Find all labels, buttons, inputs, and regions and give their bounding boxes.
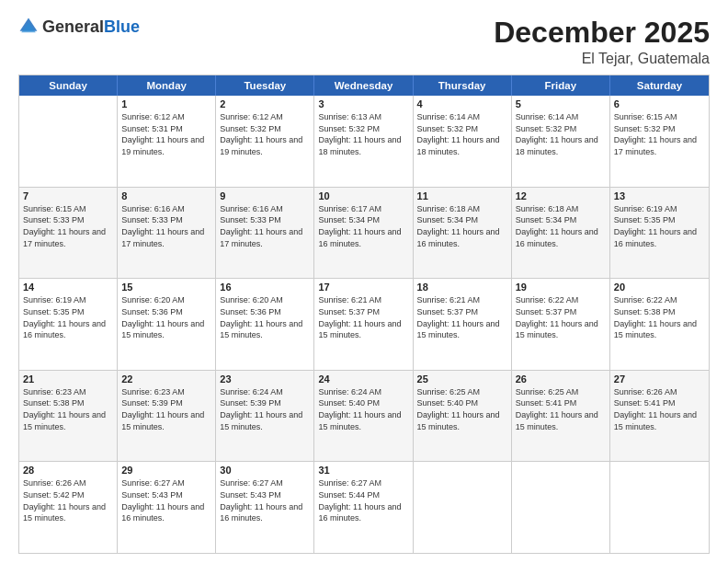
calendar-header-row: SundayMondayTuesdayWednesdayThursdayFrid… (19, 75, 709, 96)
calendar-cell: 20Sunrise: 6:22 AMSunset: 5:38 PMDayligh… (610, 279, 709, 370)
cell-day-number: 21 (23, 373, 113, 385)
cell-day-number: 19 (516, 282, 606, 293)
logo-area: GeneralBlue (18, 17, 140, 37)
cell-day-number: 27 (614, 373, 705, 385)
cell-detail: Sunrise: 6:16 AMSunset: 5:33 PMDaylight:… (220, 203, 310, 249)
calendar-cell: 23Sunrise: 6:24 AMSunset: 5:39 PMDayligh… (216, 371, 314, 462)
cell-detail: Sunrise: 6:12 AMSunset: 5:31 PMDaylight:… (121, 111, 211, 157)
cell-detail: Sunrise: 6:20 AMSunset: 5:36 PMDaylight:… (220, 294, 310, 340)
calendar-cell (19, 96, 118, 187)
logo: GeneralBlue (18, 17, 140, 37)
cell-detail: Sunrise: 6:15 AMSunset: 5:33 PMDaylight:… (23, 203, 113, 249)
cell-day-number: 28 (23, 465, 113, 476)
cell-detail: Sunrise: 6:19 AMSunset: 5:35 PMDaylight:… (614, 203, 705, 249)
calendar-header-cell: Tuesday (216, 75, 314, 96)
cell-day-number: 31 (318, 465, 408, 476)
calendar-cell: 22Sunrise: 6:23 AMSunset: 5:39 PMDayligh… (118, 371, 216, 462)
cell-day-number: 2 (220, 98, 310, 109)
cell-day-number: 24 (318, 373, 408, 385)
cell-day-number: 3 (318, 98, 408, 109)
cell-detail: Sunrise: 6:23 AMSunset: 5:39 PMDaylight:… (121, 386, 211, 432)
calendar-week-row: 7Sunrise: 6:15 AMSunset: 5:33 PMDaylight… (19, 188, 709, 280)
cell-detail: Sunrise: 6:14 AMSunset: 5:32 PMDaylight:… (417, 111, 507, 157)
cell-detail: Sunrise: 6:25 AMSunset: 5:41 PMDaylight:… (516, 386, 606, 432)
cell-day-number: 12 (516, 190, 606, 201)
cell-day-number: 30 (220, 465, 310, 476)
calendar-header-cell: Wednesday (314, 75, 413, 96)
calendar-cell: 28Sunrise: 6:26 AMSunset: 5:42 PMDayligh… (19, 462, 118, 553)
calendar-header-cell: Monday (118, 75, 216, 96)
calendar-cell: 24Sunrise: 6:24 AMSunset: 5:40 PMDayligh… (314, 371, 413, 462)
calendar-week-row: 14Sunrise: 6:19 AMSunset: 5:35 PMDayligh… (19, 279, 709, 371)
calendar-header-cell: Friday (512, 75, 610, 96)
calendar-cell: 30Sunrise: 6:27 AMSunset: 5:43 PMDayligh… (216, 462, 314, 553)
calendar-cell (414, 462, 512, 553)
calendar-cell: 8Sunrise: 6:16 AMSunset: 5:33 PMDaylight… (118, 188, 216, 279)
logo-icon (18, 17, 39, 37)
calendar-cell (512, 462, 610, 553)
calendar-cell: 13Sunrise: 6:19 AMSunset: 5:35 PMDayligh… (610, 188, 709, 279)
logo-blue: Blue (104, 17, 140, 36)
cell-day-number: 8 (121, 190, 211, 201)
cell-detail: Sunrise: 6:24 AMSunset: 5:39 PMDaylight:… (220, 386, 310, 432)
cell-day-number: 23 (220, 373, 310, 385)
cell-day-number: 1 (121, 98, 211, 109)
calendar-cell: 18Sunrise: 6:21 AMSunset: 5:37 PMDayligh… (414, 279, 512, 370)
cell-day-number: 15 (121, 282, 211, 293)
cell-detail: Sunrise: 6:18 AMSunset: 5:34 PMDaylight:… (516, 203, 606, 249)
month-title: December 2025 (494, 17, 710, 49)
calendar-cell (610, 462, 709, 553)
calendar-cell: 12Sunrise: 6:18 AMSunset: 5:34 PMDayligh… (512, 188, 610, 279)
cell-day-number: 18 (417, 282, 507, 293)
cell-detail: Sunrise: 6:21 AMSunset: 5:37 PMDaylight:… (417, 294, 507, 340)
cell-day-number: 17 (318, 282, 408, 293)
header: GeneralBlue December 2025 El Tejar, Guat… (18, 17, 710, 67)
cell-detail: Sunrise: 6:19 AMSunset: 5:35 PMDaylight:… (23, 294, 113, 340)
cell-day-number: 6 (614, 98, 705, 109)
cell-day-number: 22 (121, 373, 211, 385)
page: GeneralBlue December 2025 El Tejar, Guat… (0, 0, 728, 563)
calendar-cell: 6Sunrise: 6:15 AMSunset: 5:32 PMDaylight… (610, 96, 709, 187)
calendar-cell: 10Sunrise: 6:17 AMSunset: 5:34 PMDayligh… (314, 188, 413, 279)
cell-detail: Sunrise: 6:16 AMSunset: 5:33 PMDaylight:… (121, 203, 211, 249)
calendar-cell: 9Sunrise: 6:16 AMSunset: 5:33 PMDaylight… (216, 188, 314, 279)
calendar-cell: 5Sunrise: 6:14 AMSunset: 5:32 PMDaylight… (512, 96, 610, 187)
cell-day-number: 13 (614, 190, 705, 201)
calendar-week-row: 28Sunrise: 6:26 AMSunset: 5:42 PMDayligh… (19, 462, 709, 553)
calendar-cell: 4Sunrise: 6:14 AMSunset: 5:32 PMDaylight… (414, 96, 512, 187)
calendar-cell: 15Sunrise: 6:20 AMSunset: 5:36 PMDayligh… (118, 279, 216, 370)
calendar-cell: 27Sunrise: 6:26 AMSunset: 5:41 PMDayligh… (610, 371, 709, 462)
calendar-cell: 21Sunrise: 6:23 AMSunset: 5:38 PMDayligh… (19, 371, 118, 462)
calendar-cell: 25Sunrise: 6:25 AMSunset: 5:40 PMDayligh… (414, 371, 512, 462)
cell-day-number: 7 (23, 190, 113, 201)
cell-day-number: 14 (23, 282, 113, 293)
calendar-header-cell: Sunday (19, 75, 118, 96)
calendar-body: 1Sunrise: 6:12 AMSunset: 5:31 PMDaylight… (19, 96, 709, 553)
cell-day-number: 29 (121, 465, 211, 476)
calendar-cell: 1Sunrise: 6:12 AMSunset: 5:31 PMDaylight… (118, 96, 216, 187)
cell-detail: Sunrise: 6:13 AMSunset: 5:32 PMDaylight:… (318, 111, 408, 157)
calendar-cell: 29Sunrise: 6:27 AMSunset: 5:43 PMDayligh… (118, 462, 216, 553)
cell-day-number: 11 (417, 190, 507, 201)
calendar-cell: 26Sunrise: 6:25 AMSunset: 5:41 PMDayligh… (512, 371, 610, 462)
cell-detail: Sunrise: 6:25 AMSunset: 5:40 PMDaylight:… (417, 386, 507, 432)
calendar: SundayMondayTuesdayWednesdayThursdayFrid… (18, 75, 710, 554)
calendar-cell: 3Sunrise: 6:13 AMSunset: 5:32 PMDaylight… (314, 96, 413, 187)
cell-detail: Sunrise: 6:22 AMSunset: 5:38 PMDaylight:… (614, 294, 705, 340)
cell-detail: Sunrise: 6:24 AMSunset: 5:40 PMDaylight:… (318, 386, 408, 432)
calendar-cell: 16Sunrise: 6:20 AMSunset: 5:36 PMDayligh… (216, 279, 314, 370)
cell-day-number: 20 (614, 282, 705, 293)
cell-day-number: 26 (516, 373, 606, 385)
calendar-cell: 11Sunrise: 6:18 AMSunset: 5:34 PMDayligh… (414, 188, 512, 279)
location-title: El Tejar, Guatemala (494, 51, 710, 67)
calendar-cell: 7Sunrise: 6:15 AMSunset: 5:33 PMDaylight… (19, 188, 118, 279)
cell-day-number: 9 (220, 190, 310, 201)
cell-detail: Sunrise: 6:26 AMSunset: 5:41 PMDaylight:… (614, 386, 705, 432)
cell-detail: Sunrise: 6:18 AMSunset: 5:34 PMDaylight:… (417, 203, 507, 249)
cell-detail: Sunrise: 6:21 AMSunset: 5:37 PMDaylight:… (318, 294, 408, 340)
cell-detail: Sunrise: 6:27 AMSunset: 5:44 PMDaylight:… (318, 477, 408, 523)
logo-general: General (42, 17, 104, 36)
cell-detail: Sunrise: 6:27 AMSunset: 5:43 PMDaylight:… (121, 477, 211, 523)
calendar-header-cell: Saturday (610, 75, 709, 96)
cell-day-number: 4 (417, 98, 507, 109)
